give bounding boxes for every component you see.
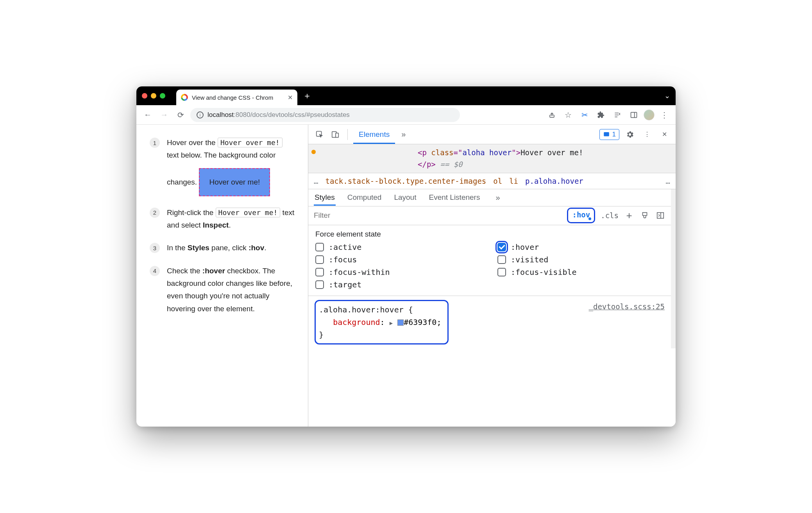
- tab-styles[interactable]: Styles: [314, 190, 336, 205]
- color-swatch-icon[interactable]: [397, 319, 404, 326]
- inline-code: Hover over me!: [218, 138, 283, 147]
- state-hover[interactable]: :hover: [497, 242, 664, 252]
- crumb[interactable]: li: [509, 177, 518, 185]
- step-4: 4 Check the :hover checkbox. The backgro…: [150, 265, 295, 315]
- state-focus-within[interactable]: :focus-within: [315, 267, 482, 277]
- svg-rect-1: [631, 112, 637, 117]
- step-number: 1: [150, 138, 160, 148]
- browser-tab[interactable]: View and change CSS - Chrom ✕: [176, 90, 297, 105]
- tab-computed[interactable]: Computed: [347, 190, 383, 205]
- svg-rect-6: [604, 132, 609, 136]
- state-active[interactable]: :active: [315, 242, 482, 252]
- hov-toggle-button[interactable]: :hov: [567, 208, 595, 223]
- window-controls: [142, 93, 165, 99]
- paintbrush-icon[interactable]: [640, 210, 650, 221]
- fullscreen-window-button[interactable]: [160, 93, 165, 99]
- force-element-state-pane: Force element state :active :hover :focu…: [308, 225, 671, 296]
- chrome-favicon-icon: [181, 94, 188, 101]
- bookmark-icon[interactable]: ☆: [562, 108, 575, 122]
- browser-toolbar: ← → ⟳ i localhost:8080/docs/devtools/css…: [136, 105, 676, 125]
- css-rule-highlighted[interactable]: .aloha.hover:hover { background: ▶ #6393…: [315, 300, 449, 344]
- reading-list-icon[interactable]: [611, 108, 624, 122]
- tab-overflow-icon[interactable]: ⌄: [664, 91, 670, 100]
- cls-toggle-button[interactable]: .cls: [601, 211, 619, 220]
- minimize-window-button[interactable]: [151, 93, 156, 99]
- styles-sidebar-tabs: Styles Computed Layout Event Listeners »: [308, 189, 671, 206]
- devtools-panel: Elements » 1 ⋮ ✕ <p class="aloha hover">…: [308, 125, 676, 427]
- more-panels-icon[interactable]: »: [397, 130, 410, 139]
- css-rule-pane: .aloha.hover:hover { background: ▶ #6393…: [308, 296, 671, 348]
- reload-button[interactable]: ⟳: [174, 108, 187, 122]
- force-state-title: Force element state: [315, 230, 664, 239]
- state-target[interactable]: :target: [315, 280, 482, 289]
- state-focus[interactable]: :focus: [315, 255, 482, 264]
- computed-panel-toggle-icon[interactable]: [655, 210, 665, 221]
- elements-panel-tab[interactable]: Elements: [353, 126, 395, 143]
- state-visited[interactable]: :visited: [497, 255, 664, 264]
- tab-title: View and change CSS - Chrom: [192, 94, 273, 101]
- browser-window: View and change CSS - Chrom ✕ ＋ ⌄ ← → ⟳ …: [136, 86, 676, 427]
- devtools-top-bar: Elements » 1 ⋮ ✕: [308, 125, 676, 144]
- page-content: 1 Hover over the Hover over me! text bel…: [136, 125, 308, 427]
- device-toggle-icon[interactable]: [329, 128, 342, 141]
- crumb[interactable]: ol: [493, 177, 502, 185]
- more-sidebar-tabs-icon[interactable]: »: [492, 193, 504, 202]
- close-devtools-icon[interactable]: ✕: [658, 128, 671, 141]
- back-button[interactable]: ←: [141, 108, 154, 122]
- url-host: localhost: [207, 111, 234, 118]
- issues-badge[interactable]: 1: [599, 129, 619, 140]
- state-focus-visible[interactable]: :focus-visible: [497, 267, 664, 277]
- settings-gear-icon[interactable]: [623, 128, 637, 141]
- extensions-icon[interactable]: [594, 108, 608, 122]
- side-panel-icon[interactable]: [627, 108, 640, 122]
- crumb[interactable]: tack.stack--block.type.center-images: [325, 177, 486, 185]
- step-number: 3: [150, 243, 160, 253]
- step-2: 2 Right-click the Hover over me! text an…: [150, 206, 295, 232]
- breadcrumb-bar[interactable]: … tack.stack--block.type.center-images o…: [308, 173, 676, 189]
- scissors-icon[interactable]: ✂: [578, 108, 591, 122]
- scrollbar[interactable]: [671, 189, 676, 348]
- close-tab-icon[interactable]: ✕: [288, 94, 293, 101]
- tab-event-listeners[interactable]: Event Listeners: [428, 190, 481, 205]
- rule-source-link[interactable]: _devtools.scss:25: [589, 302, 665, 311]
- active-indicator-dot: [588, 217, 591, 220]
- inspect-element-icon[interactable]: [313, 128, 326, 141]
- new-style-rule-icon[interactable]: +: [624, 210, 634, 221]
- address-bar[interactable]: i localhost:8080/docs/devtools/css/#pseu…: [190, 108, 460, 122]
- styles-filter-bar: :hov .cls +: [308, 206, 671, 225]
- svg-rect-7: [657, 213, 664, 219]
- tab-strip: View and change CSS - Chrom ✕ ＋ ⌄: [136, 86, 676, 105]
- hover-demo-element[interactable]: Hover over me!: [199, 168, 270, 196]
- step-number: 2: [150, 208, 160, 218]
- devtools-menu-icon[interactable]: ⋮: [640, 128, 654, 141]
- tab-layout[interactable]: Layout: [393, 190, 417, 205]
- styles-filter-input[interactable]: [314, 211, 562, 220]
- forward-button[interactable]: →: [157, 108, 171, 122]
- site-info-icon[interactable]: i: [197, 111, 204, 118]
- crumb-selected[interactable]: p.aloha.hover: [525, 177, 583, 185]
- share-icon[interactable]: [545, 108, 558, 122]
- expand-shorthand-icon[interactable]: ▶: [390, 320, 393, 326]
- new-tab-button[interactable]: ＋: [301, 90, 313, 102]
- inline-code: Hover over me!: [216, 208, 281, 217]
- step-1: 1 Hover over the Hover over me! text bel…: [150, 136, 295, 196]
- dom-tree[interactable]: <p class="aloha hover">Hover over me! </…: [308, 144, 676, 173]
- breakpoint-dot-icon: [311, 150, 316, 154]
- step-number: 4: [150, 266, 160, 276]
- step-3: 3 In the Styles pane, click :hov.: [150, 242, 295, 254]
- profile-avatar[interactable]: [644, 109, 655, 120]
- url-path: :8080/docs/devtools/css/#pseudostates: [234, 111, 350, 118]
- close-window-button[interactable]: [142, 93, 147, 99]
- browser-menu-icon[interactable]: ⋮: [658, 108, 671, 122]
- svg-rect-5: [336, 133, 338, 137]
